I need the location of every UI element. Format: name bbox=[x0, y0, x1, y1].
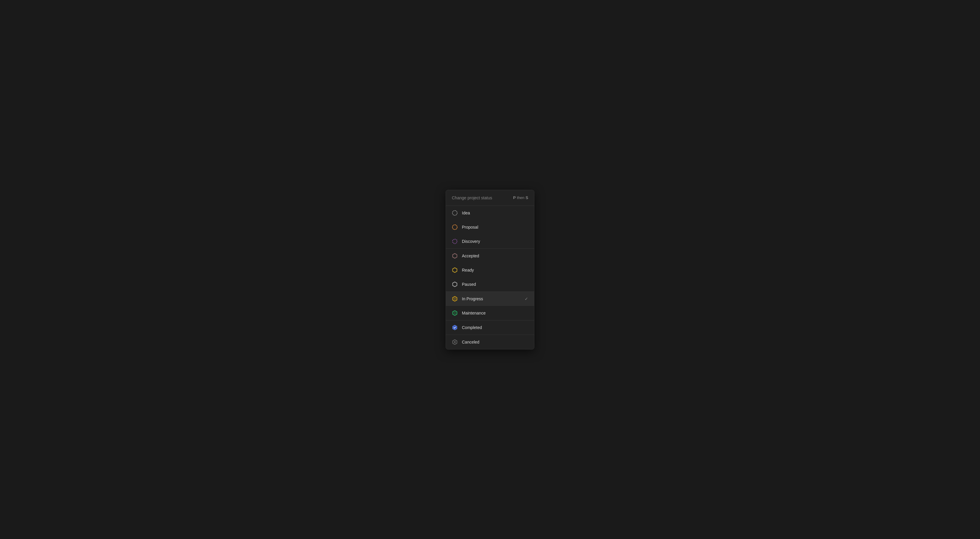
status-option-idea[interactable]: Idea bbox=[446, 206, 534, 220]
completed-icon bbox=[452, 325, 458, 330]
proposal-label: Proposal bbox=[462, 225, 528, 230]
shortcut-key-p: P bbox=[513, 195, 516, 200]
section-completed: Completed bbox=[446, 321, 534, 335]
shortcut-then: then bbox=[517, 195, 524, 200]
accepted-label: Accepted bbox=[462, 254, 528, 258]
svg-marker-3 bbox=[453, 254, 457, 258]
svg-marker-9 bbox=[453, 311, 456, 314]
status-option-discovery[interactable]: Discovery bbox=[446, 234, 534, 249]
section-ideas: Idea Proposal Discovery bbox=[446, 206, 534, 249]
svg-marker-5 bbox=[453, 282, 457, 287]
discovery-label: Discovery bbox=[462, 239, 528, 244]
svg-marker-4 bbox=[453, 268, 457, 273]
dropdown-header: Change project status P then S bbox=[446, 190, 534, 206]
shortcut-key-s: S bbox=[525, 195, 528, 200]
canceled-label: Canceled bbox=[462, 340, 528, 344]
svg-point-0 bbox=[452, 210, 457, 215]
completed-label: Completed bbox=[462, 325, 528, 330]
status-option-completed[interactable]: Completed bbox=[446, 321, 534, 335]
idea-icon bbox=[452, 210, 458, 216]
dropdown-title: Change project status bbox=[452, 195, 492, 200]
svg-marker-7 bbox=[453, 297, 456, 300]
status-option-canceled[interactable]: Canceled bbox=[446, 335, 534, 349]
paused-icon bbox=[452, 281, 458, 287]
discovery-icon bbox=[452, 238, 458, 244]
check-icon: ✓ bbox=[525, 297, 528, 301]
status-option-ready[interactable]: Ready bbox=[446, 263, 534, 277]
ready-label: Ready bbox=[462, 268, 528, 273]
canceled-icon bbox=[452, 339, 458, 345]
accepted-icon bbox=[452, 253, 458, 259]
status-option-in-progress[interactable]: In Progress ✓ bbox=[446, 292, 534, 306]
in-progress-label: In Progress bbox=[462, 297, 520, 301]
section-planning: Accepted Ready Paused bbox=[446, 249, 534, 292]
section-canceled: Canceled bbox=[446, 335, 534, 349]
maintenance-label: Maintenance bbox=[462, 311, 528, 316]
status-option-paused[interactable]: Paused bbox=[446, 277, 534, 292]
status-option-proposal[interactable]: Proposal bbox=[446, 220, 534, 234]
in-progress-icon bbox=[452, 296, 458, 302]
status-option-accepted[interactable]: Accepted bbox=[446, 249, 534, 263]
status-option-maintenance[interactable]: Maintenance bbox=[446, 306, 534, 320]
project-status-dropdown: Change project status P then S Idea P bbox=[445, 190, 535, 349]
svg-marker-2 bbox=[453, 239, 457, 244]
idea-label: Idea bbox=[462, 210, 528, 215]
svg-point-1 bbox=[452, 225, 457, 230]
ready-icon bbox=[452, 267, 458, 273]
keyboard-shortcut: P then S bbox=[513, 195, 528, 200]
svg-marker-10 bbox=[453, 325, 457, 330]
paused-label: Paused bbox=[462, 282, 528, 287]
proposal-icon bbox=[452, 224, 458, 230]
section-active: In Progress ✓ Maintenance bbox=[446, 292, 534, 321]
maintenance-icon bbox=[452, 310, 458, 316]
